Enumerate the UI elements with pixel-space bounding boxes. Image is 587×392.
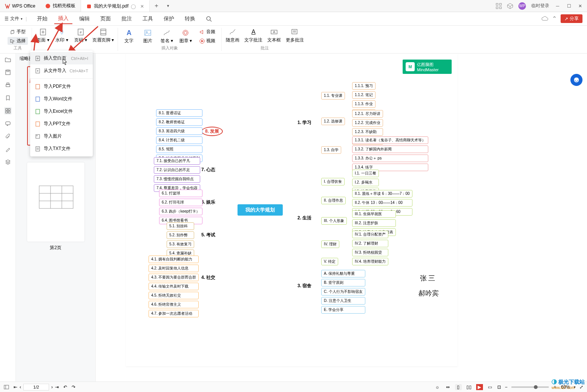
fit-width-icon[interactable]: ⇔: [444, 384, 451, 390]
next-page-button[interactable]: ›: [51, 384, 53, 390]
close-icon[interactable]: ✕: [140, 4, 144, 9]
tab-menu-button[interactable]: ▾: [163, 3, 173, 8]
first-page-button[interactable]: ⇤: [14, 384, 17, 390]
mm-shejiao: 4. 社交: [201, 274, 215, 281]
menu-import-excel[interactable]: 导入Excel文件: [30, 105, 93, 118]
text-annot-button[interactable]: A文字批注: [244, 28, 262, 43]
cursor-icon: [63, 58, 68, 65]
page-dropdown-menu: 插入空白页Ctrl+Alt+I 从文件导入Ctrl+Alt+T 导入PDF文件 …: [30, 51, 93, 156]
svg-rect-4: [87, 5, 91, 8]
stamp-button[interactable]: 图章 ▾: [178, 29, 193, 44]
zoom-out-button[interactable]: −: [505, 384, 507, 390]
maximize-button[interactable]: ☐: [566, 3, 572, 9]
last-page-button[interactable]: ⇥: [55, 384, 59, 390]
menu-from-file[interactable]: 从文件导入Ctrl+Alt+T: [30, 64, 93, 77]
read-mode-icon[interactable]: ▭: [487, 384, 494, 390]
search-icon[interactable]: [202, 14, 216, 23]
text-button[interactable]: A文字: [122, 29, 136, 44]
present-icon[interactable]: ▶: [476, 384, 483, 390]
panel-toggle-icon[interactable]: [4, 384, 9, 390]
mm-fazhan: 8. 发展: [201, 127, 223, 136]
mm-kaoshi: 5. 考试: [201, 232, 215, 238]
signature-2: 郝吟宾: [418, 289, 439, 298]
menu-import-txt[interactable]: 导入TXT文件: [30, 142, 93, 155]
document-canvas[interactable]: M 亿图脑图MindMaster 我的大学规划 8. 发展 7. 心态 6. 娱…: [96, 54, 587, 381]
mindmap-root: 我的大学规划: [238, 204, 283, 216]
menu-protect[interactable]: 保护: [160, 14, 178, 24]
new-tab-button[interactable]: ＋: [150, 2, 163, 10]
save-icon[interactable]: [4, 69, 12, 76]
jump-back-button[interactable]: ↶: [63, 384, 67, 390]
svg-rect-58: [4, 385, 9, 389]
close-button[interactable]: ✕: [577, 3, 583, 9]
sign-button[interactable]: 签名 ▾: [159, 29, 174, 44]
login-label[interactable]: 临时登录: [531, 3, 549, 9]
svg-point-38: [37, 135, 37, 136]
svg-rect-45: [7, 83, 9, 84]
zoom-fit-icon[interactable]: ⊡: [497, 384, 501, 390]
svg-rect-43: [7, 70, 9, 72]
mm-sushe: 3. 宿舍: [297, 283, 311, 289]
image-button[interactable]: 图片: [141, 29, 155, 44]
svg-rect-48: [6, 111, 8, 113]
svg-rect-35: [36, 109, 40, 114]
prev-page-button[interactable]: ‹: [20, 384, 21, 390]
mindmaster-badge: M 亿图脑图MindMaster: [403, 60, 452, 74]
attachment-icon[interactable]: [4, 133, 12, 140]
brightness-icon[interactable]: ☼: [434, 384, 441, 390]
svg-rect-7: [496, 7, 498, 9]
open-icon[interactable]: [4, 56, 12, 63]
print-icon[interactable]: [4, 81, 12, 89]
cloud-icon[interactable]: [541, 16, 548, 21]
assistant-button[interactable]: [570, 74, 582, 86]
bookmark-icon[interactable]: [4, 94, 12, 102]
menu-tool[interactable]: 工具: [139, 14, 157, 24]
share-button[interactable]: ↗ 分享: [561, 14, 582, 23]
side-strip: [0, 54, 16, 381]
layers-icon[interactable]: [4, 158, 12, 166]
tab-options-icon[interactable]: ◯: [131, 4, 136, 9]
svg-rect-34: [36, 97, 40, 101]
menu-convert[interactable]: 转换: [181, 14, 199, 24]
svg-rect-19: [145, 30, 151, 35]
menu-annot[interactable]: 批注: [118, 14, 136, 24]
cube-icon[interactable]: [507, 3, 513, 9]
jump-fwd-button[interactable]: ↷: [72, 384, 75, 390]
site-watermark: ◑ 极光下载站 www.xz7.com: [552, 379, 585, 390]
zoom-slider[interactable]: [511, 386, 549, 388]
video-button[interactable]: 视频: [197, 37, 218, 45]
menu-import-ppt[interactable]: 导入PPT文件: [30, 118, 93, 130]
minimize-button[interactable]: ─: [555, 3, 561, 9]
mm-xintai: 7. 心态: [201, 167, 215, 173]
highlight-icon[interactable]: [4, 145, 12, 153]
menu-insert-blank[interactable]: 插入空白页Ctrl+Alt+I: [30, 52, 93, 64]
menu-import-pdf[interactable]: 导入PDF文件: [30, 80, 93, 93]
more-annot-button[interactable]: 更多批注: [286, 28, 304, 43]
textbox-button[interactable]: A文本框: [267, 28, 281, 43]
menu-import-image[interactable]: 导入图片: [30, 130, 93, 142]
svg-rect-5: [496, 3, 498, 5]
apps-icon[interactable]: [496, 3, 502, 9]
svg-rect-6: [500, 3, 501, 5]
tab-template[interactable]: 找稻壳模板: [40, 0, 81, 12]
svg-rect-37: [36, 135, 40, 138]
freehand-button[interactable]: 随意画: [225, 28, 240, 43]
thumbnails-icon[interactable]: [4, 107, 12, 115]
single-page-icon[interactable]: ▯: [455, 384, 462, 390]
svg-line-2: [68, 26, 98, 54]
ribbon-collapse-icon[interactable]: ⌃: [552, 15, 557, 22]
menu-import-word[interactable]: 导入Word文件: [30, 93, 93, 105]
svg-rect-36: [36, 122, 40, 126]
audio-button[interactable]: 音频: [197, 28, 218, 36]
thumbnail-page-2[interactable]: 第2页: [23, 162, 88, 251]
two-page-icon[interactable]: ▯▯: [466, 384, 472, 390]
mm-xuexi: 1. 学习: [297, 119, 311, 126]
comment-icon[interactable]: [4, 120, 12, 127]
svg-point-3: [46, 4, 50, 8]
avatar[interactable]: WP: [518, 2, 526, 10]
svg-rect-49: [8, 111, 10, 113]
svg-point-9: [207, 17, 210, 20]
group-label-annot: 批注: [261, 45, 269, 51]
page-input[interactable]: [23, 384, 49, 390]
tab-document[interactable]: 我的大学规划.pdf ◯ ✕: [81, 0, 150, 12]
